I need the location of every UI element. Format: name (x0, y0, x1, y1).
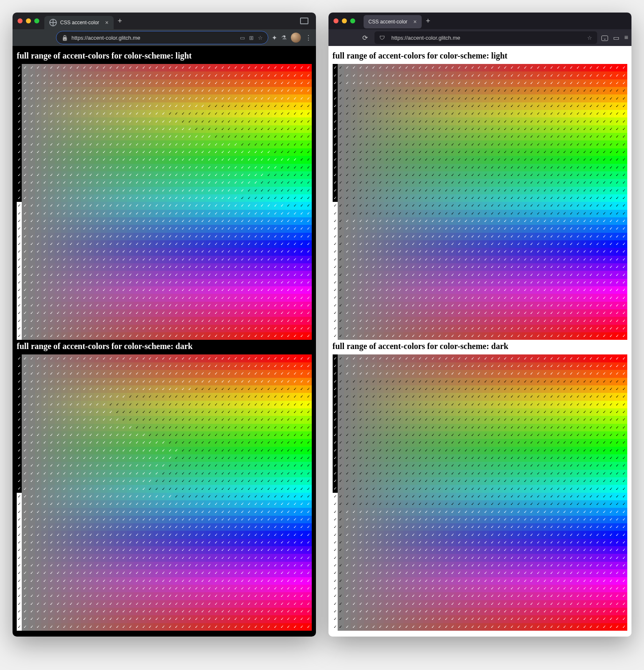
accent-checkbox[interactable]: ✓ (219, 164, 226, 171)
accent-checkbox[interactable]: ✓ (114, 485, 121, 492)
accent-checkbox[interactable]: ✓ (417, 248, 423, 255)
accent-checkbox[interactable]: ✓ (74, 332, 81, 340)
accent-checkbox[interactable]: ✓ (219, 286, 226, 294)
accent-checkbox[interactable]: ✓ (81, 431, 88, 439)
accent-checkbox[interactable]: ✓ (68, 202, 74, 209)
accent-checkbox[interactable]: ✓ (127, 256, 134, 263)
accent-checkbox[interactable]: ✓ (377, 424, 384, 431)
accent-checkbox[interactable]: ✓ (272, 516, 279, 523)
accent-checkbox[interactable]: ✓ (285, 500, 292, 508)
accent-checkbox[interactable]: ✓ (127, 615, 134, 623)
accent-checkbox[interactable]: ✓ (522, 171, 529, 179)
accent-checkbox[interactable]: ✓ (384, 102, 390, 110)
accent-checkbox[interactable]: ✓ (430, 271, 436, 278)
accent-checkbox[interactable]: ✓ (338, 271, 344, 278)
accent-checkbox[interactable]: ✓ (265, 362, 272, 370)
accent-checkbox[interactable]: ✓ (265, 592, 272, 600)
accent-checkbox[interactable]: ✓ (338, 393, 344, 400)
accent-checkbox[interactable]: ✓ (502, 385, 509, 393)
accent-checkbox[interactable]: ✓ (397, 539, 403, 546)
accent-checkbox[interactable]: ✓ (173, 263, 180, 271)
accent-checkbox[interactable]: ✓ (443, 202, 450, 209)
accent-checkbox[interactable]: ✓ (28, 615, 35, 623)
accent-checkbox[interactable]: ✓ (509, 477, 515, 485)
accent-checkbox[interactable]: ✓ (107, 439, 114, 446)
accent-checkbox[interactable]: ✓ (232, 516, 239, 523)
accent-checkbox[interactable]: ✓ (55, 263, 61, 271)
accent-checkbox[interactable]: ✓ (482, 370, 489, 377)
accent-checkbox[interactable]: ✓ (621, 79, 627, 87)
accent-checkbox[interactable]: ✓ (456, 539, 463, 546)
accent-checkbox[interactable]: ✓ (279, 294, 285, 301)
accent-checkbox[interactable]: ✓ (608, 623, 614, 631)
accent-checkbox[interactable]: ✓ (292, 125, 298, 133)
accent-checkbox[interactable]: ✓ (88, 500, 94, 508)
accent-checkbox[interactable]: ✓ (542, 362, 548, 370)
accent-checkbox[interactable]: ✓ (463, 408, 469, 416)
accent-checkbox[interactable]: ✓ (153, 110, 160, 117)
accent-checkbox[interactable]: ✓ (265, 133, 272, 140)
accent-checkbox[interactable]: ✓ (535, 164, 542, 171)
accent-checkbox[interactable]: ✓ (298, 171, 305, 179)
accent-checkbox[interactable]: ✓ (357, 454, 364, 462)
accent-checkbox[interactable]: ✓ (614, 279, 621, 286)
accent-checkbox[interactable]: ✓ (364, 79, 371, 87)
accent-checkbox[interactable]: ✓ (489, 164, 496, 171)
accent-checkbox[interactable]: ✓ (219, 378, 226, 385)
accent-checkbox[interactable]: ✓ (279, 156, 285, 163)
accent-checkbox[interactable]: ✓ (219, 79, 226, 87)
accent-checkbox[interactable]: ✓ (357, 217, 364, 225)
accent-checkbox[interactable]: ✓ (333, 508, 338, 515)
accent-checkbox[interactable]: ✓ (292, 431, 298, 439)
accent-checkbox[interactable]: ✓ (463, 309, 469, 317)
accent-checkbox[interactable]: ✓ (292, 516, 298, 523)
accent-checkbox[interactable]: ✓ (588, 256, 594, 263)
accent-checkbox[interactable]: ✓ (28, 470, 35, 477)
accent-checkbox[interactable]: ✓ (568, 148, 575, 156)
accent-checkbox[interactable]: ✓ (410, 194, 417, 202)
accent-checkbox[interactable]: ✓ (219, 217, 226, 225)
accent-checkbox[interactable]: ✓ (127, 187, 134, 194)
accent-checkbox[interactable]: ✓ (463, 148, 469, 156)
accent-checkbox[interactable]: ✓ (120, 462, 127, 469)
accent-checkbox[interactable]: ✓ (292, 500, 298, 508)
accent-checkbox[interactable]: ✓ (120, 362, 127, 370)
accent-checkbox[interactable]: ✓ (206, 179, 213, 186)
accent-checkbox[interactable]: ✓ (127, 554, 134, 561)
accent-checkbox[interactable]: ✓ (239, 164, 246, 171)
accent-checkbox[interactable]: ✓ (614, 615, 621, 623)
accent-checkbox[interactable]: ✓ (193, 416, 200, 423)
accent-checkbox[interactable]: ✓ (403, 431, 410, 439)
accent-checkbox[interactable]: ✓ (186, 94, 193, 102)
accent-checkbox[interactable]: ✓ (496, 401, 502, 408)
maximize-window-button[interactable] (350, 18, 355, 23)
accent-checkbox[interactable]: ✓ (338, 325, 344, 332)
accent-checkbox[interactable]: ✓ (107, 64, 114, 71)
accent-checkbox[interactable]: ✓ (61, 279, 68, 286)
accent-checkbox[interactable]: ✓ (28, 539, 35, 546)
accent-checkbox[interactable]: ✓ (456, 508, 463, 515)
accent-checkbox[interactable]: ✓ (384, 156, 390, 163)
accent-checkbox[interactable]: ✓ (265, 378, 272, 385)
accent-checkbox[interactable]: ✓ (232, 325, 239, 332)
accent-checkbox[interactable]: ✓ (68, 248, 74, 255)
accent-checkbox[interactable]: ✓ (61, 64, 68, 71)
accent-checkbox[interactable]: ✓ (35, 187, 42, 194)
accent-checkbox[interactable]: ✓ (200, 225, 206, 232)
accent-checkbox[interactable]: ✓ (292, 447, 298, 454)
accent-checkbox[interactable]: ✓ (568, 325, 575, 332)
accent-checkbox[interactable]: ✓ (279, 401, 285, 408)
accent-checkbox[interactable]: ✓ (28, 431, 35, 439)
accent-checkbox[interactable]: ✓ (333, 248, 338, 255)
accent-checkbox[interactable]: ✓ (568, 416, 575, 423)
accent-checkbox[interactable]: ✓ (594, 332, 601, 340)
accent-checkbox[interactable]: ✓ (370, 217, 377, 225)
accent-checkbox[interactable]: ✓ (456, 431, 463, 439)
accent-checkbox[interactable]: ✓ (456, 424, 463, 431)
accent-checkbox[interactable]: ✓ (153, 171, 160, 179)
accent-checkbox[interactable]: ✓ (160, 585, 167, 592)
accent-checkbox[interactable]: ✓ (206, 577, 213, 585)
accent-checkbox[interactable]: ✓ (35, 562, 42, 569)
accent-checkbox[interactable]: ✓ (140, 79, 147, 87)
accent-checkbox[interactable]: ✓ (17, 523, 22, 531)
